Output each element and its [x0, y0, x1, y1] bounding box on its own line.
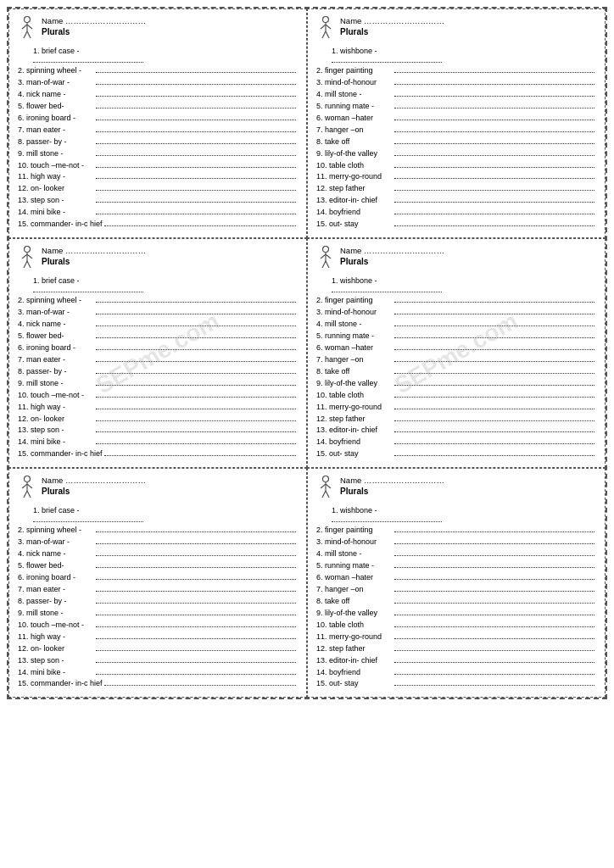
- item-label: 5. flower bed-: [18, 331, 94, 342]
- item-dots: [104, 455, 296, 456]
- svg-line-8: [321, 25, 326, 29]
- name-line: Name …………………………: [340, 476, 596, 485]
- first-item-dots: [33, 517, 143, 522]
- item-label: 2. finger painting: [316, 295, 393, 307]
- svg-line-35: [326, 491, 329, 498]
- list-item: 11. merry-go-round: [316, 171, 596, 183]
- cell-bot-left-1: Name …………………………Plurals1. brief case -2. …: [8, 468, 307, 698]
- item-dots: [96, 349, 296, 350]
- item-label: 6. woman –hater: [316, 113, 393, 125]
- item-label: 10. table cloth: [316, 390, 393, 402]
- item-label: 3. mind-of-honour: [316, 77, 393, 89]
- item-label: 15. out- stay: [316, 219, 393, 231]
- item-label: 6. ironing board -: [18, 572, 94, 584]
- list-item: 14. boyfriend: [316, 667, 596, 679]
- item-label: 3. man-of-war -: [18, 307, 94, 319]
- item-dots: [394, 337, 594, 338]
- list-item: 12. on- looker: [18, 643, 298, 655]
- item-dots: [96, 431, 296, 432]
- list-item: 11. high way -: [18, 632, 298, 643]
- child-icon: [18, 476, 36, 503]
- list-item: 11. high way -: [18, 402, 298, 414]
- list-item: 13. editor-in- chief: [316, 655, 596, 667]
- list-item: 4. nick name -: [18, 319, 298, 331]
- item-label: 6. ironing board -: [18, 342, 94, 354]
- item-dots: [96, 615, 296, 615]
- item-label: 2. finger painting: [316, 525, 393, 537]
- item-label: 8. passer- by -: [18, 366, 94, 378]
- item-label: 9. mill stone -: [18, 378, 94, 390]
- item-dots: [394, 455, 594, 456]
- item-label: 13. editor-in- chief: [316, 425, 393, 437]
- svg-line-9: [326, 25, 331, 29]
- item-label: 2. spinning wheel -: [18, 65, 94, 77]
- item-label: 13. editor-in- chief: [316, 655, 393, 667]
- item-label: 8. take off: [316, 366, 393, 378]
- name-line: Name …………………………: [340, 246, 596, 255]
- item-dots: [96, 326, 296, 326]
- list-item: 14. mini bike -: [18, 667, 298, 679]
- list-item: 14. boyfriend: [316, 207, 596, 219]
- item-label: 13. step son -: [18, 655, 94, 667]
- item-label: 3. mind-of-honour: [316, 307, 393, 319]
- item-label: 5. running mate -: [316, 101, 393, 113]
- item-dots: [394, 349, 594, 350]
- list-item: 4. mill stone -: [316, 548, 596, 560]
- first-item-dots: [33, 58, 143, 63]
- cell-mid-left-1: Name …………………………Plurals1. brief case -2. …: [8, 238, 307, 468]
- items-list: 2. spinning wheel -3. man-of-war -4. nic…: [18, 295, 298, 460]
- list-item: 12. on- looker: [18, 414, 298, 426]
- child-icon: [316, 476, 335, 503]
- svg-line-23: [326, 261, 329, 268]
- list-item: 2. finger painting: [316, 65, 596, 77]
- item-dots: [394, 314, 594, 314]
- item-label: 10. table cloth: [316, 160, 393, 172]
- section-title: Plurals: [42, 27, 298, 36]
- list-item: 14. mini bike -: [18, 437, 298, 448]
- list-item: 13. step son -: [18, 425, 298, 437]
- item-label: 4. nick name -: [18, 319, 94, 331]
- first-item: 1. brief case -: [33, 47, 298, 55]
- item-label: 4. mill stone -: [316, 319, 393, 331]
- list-item: 12. step father: [316, 414, 596, 426]
- list-item: 15. out- stay: [316, 448, 596, 460]
- item-dots: [394, 131, 594, 132]
- item-dots: [394, 143, 594, 144]
- child-icon: [316, 246, 335, 273]
- svg-line-32: [321, 484, 326, 488]
- item-dots: [96, 555, 296, 556]
- list-item: 15. out- stay: [316, 219, 596, 231]
- svg-line-14: [22, 254, 27, 259]
- item-dots: [394, 120, 594, 120]
- items-list: 2. finger painting3. mind-of-honour4. mi…: [316, 525, 596, 690]
- section-title: Plurals: [340, 487, 596, 496]
- item-label: 12. step father: [316, 183, 393, 195]
- item-dots: [96, 202, 296, 203]
- item-label: 12. on- looker: [18, 414, 94, 426]
- list-item: 13. step son -: [18, 195, 298, 207]
- item-label: 4. nick name -: [18, 548, 94, 560]
- item-dots: [394, 650, 594, 651]
- list-item: 13. editor-in- chief: [316, 195, 596, 207]
- cell-mid-right-1: Name …………………………Plurals1. wishbone -2. fi…: [307, 238, 606, 468]
- list-item: 7. man eater -: [18, 125, 298, 136]
- item-dots: [394, 302, 594, 303]
- section-title: Plurals: [340, 27, 596, 36]
- first-item: 1. wishbone -: [332, 506, 596, 515]
- item-label: 4. mill stone -: [316, 548, 393, 560]
- svg-line-17: [27, 261, 31, 268]
- list-item: 10. table cloth: [316, 390, 596, 402]
- item-dots: [394, 225, 594, 226]
- item-label: 12. on- looker: [18, 183, 94, 195]
- list-item: 4. nick name -: [18, 548, 298, 560]
- item-dots: [394, 178, 594, 179]
- list-item: 9. lily-of-the valley: [316, 378, 596, 390]
- list-item: 10. table cloth: [316, 160, 596, 172]
- list-item: 2. spinning wheel -: [18, 65, 298, 77]
- first-item-dots: [332, 287, 442, 292]
- item-dots: [104, 685, 296, 686]
- item-label: 9. lily-of-the valley: [316, 608, 393, 620]
- list-item: 3. man-of-war -: [18, 537, 298, 548]
- item-label: 3. mind-of-honour: [316, 537, 393, 548]
- item-dots: [96, 190, 296, 191]
